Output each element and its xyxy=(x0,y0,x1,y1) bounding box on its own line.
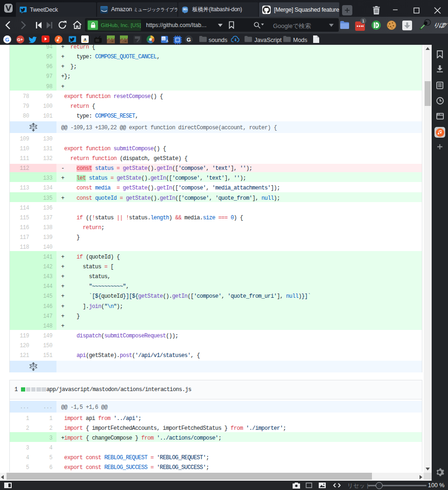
svg-text:A: A xyxy=(166,39,168,42)
svg-text:G+: G+ xyxy=(17,37,23,42)
svg-text:G: G xyxy=(5,37,9,42)
svg-text:a: a xyxy=(84,36,86,42)
svg-text:G: G xyxy=(162,37,165,41)
svg-text:G: G xyxy=(187,37,191,42)
